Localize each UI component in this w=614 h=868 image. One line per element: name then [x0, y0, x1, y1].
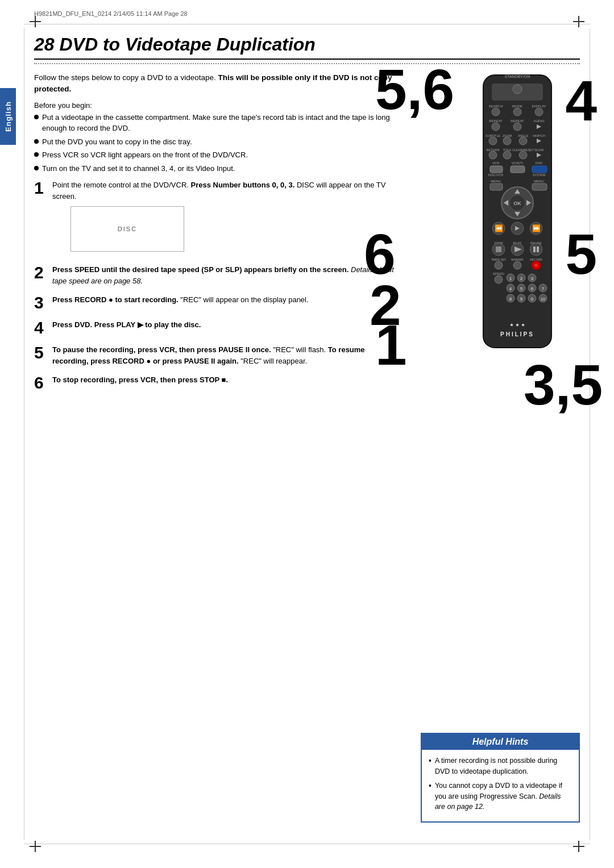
bullet-dot-3 [34, 152, 39, 157]
main-content: 28 DVD to Videotape Duplication Follow t… [34, 28, 580, 834]
step-number-4: 4 [34, 319, 47, 336]
hints-title: Helpful Hints [422, 734, 579, 750]
svg-text:7: 7 [542, 286, 545, 291]
hints-title-text: Helpful Hints [472, 737, 529, 746]
svg-text:REPEAT: REPEAT [511, 119, 524, 123]
remote-svg: STANDBY/ON SEARCH MODE DISPLAY REPEAT RE… [455, 72, 580, 368]
step-number-5: 5 [34, 344, 47, 361]
bullet-item-1: Put a videotape in the cassette compartm… [34, 112, 398, 134]
hint-bullet-2: • [429, 781, 432, 792]
svg-point-13 [492, 123, 500, 131]
crosshair-top-left [30, 16, 41, 27]
svg-point-70 [495, 261, 503, 269]
step2-bold: Press SPEED until the desired tape speed… [52, 265, 349, 274]
header-meta: H9821MD_DFU_EN1_0214 2/14/05 11:14 AM Pa… [34, 10, 188, 17]
step3-bold: Press RECORD ● to start recording. [52, 295, 179, 304]
svg-text:VCR(T): VCR(T) [512, 161, 523, 165]
step-content-4: Press DVD. Press PLAY ▶ to play the disc… [52, 319, 398, 331]
svg-text:STANDBY/ON: STANDBY/ON [505, 74, 530, 78]
svg-rect-65 [533, 247, 536, 252]
svg-point-20 [489, 137, 497, 145]
english-tab-label: English [4, 101, 13, 132]
svg-text:MODE: MODE [512, 105, 522, 108]
svg-text:OK: OK [513, 201, 521, 206]
svg-rect-66 [537, 247, 539, 252]
svg-rect-36 [511, 166, 525, 173]
bullet-item-3: Press VCR so VCR light appears on the fr… [34, 149, 398, 161]
step-1: 1 Point the remote control at the DVD/VC… [34, 180, 398, 256]
crosshair-top-right [573, 16, 584, 27]
svg-text:DISC/VCR: DISC/VCR [488, 173, 503, 177]
hint-text-2: You cannot copy a DVD to a videotape if … [435, 781, 572, 812]
step-3: 3 Press RECORD ● to start recording. "RE… [34, 294, 398, 311]
crosshair-bottom-right [573, 841, 584, 852]
hint-item-2: • You cannot copy a DVD to a videotape i… [429, 781, 572, 812]
disc-label: DISC [118, 224, 137, 234]
hints-body: • A timer recording is not possible duri… [422, 750, 579, 821]
svg-text:VCR: VCR [492, 161, 500, 165]
svg-point-29 [503, 151, 511, 159]
svg-text:SLOW: SLOW [534, 148, 544, 152]
step-6: 6 To stop recording, press VCR, then pre… [34, 374, 398, 391]
step-content-3: Press RECORD ● to start recording. "REC"… [52, 294, 398, 306]
svg-text:⏪: ⏪ [495, 224, 503, 232]
intro-paragraph: Follow the steps below to copy a DVD to … [34, 72, 398, 95]
step-content-2: Press SPEED until the desired tape speed… [52, 264, 398, 286]
svg-point-9 [535, 108, 543, 116]
svg-rect-61 [496, 247, 501, 252]
remote-control: STANDBY/ON SEARCH MODE DISPLAY REPEAT RE… [455, 72, 580, 369]
svg-text:MENU: MENU [491, 180, 501, 183]
left-column: Follow the steps below to copy a DVD to … [34, 72, 398, 470]
intro-line1: Follow the steps below to copy a DVD to … [34, 73, 216, 82]
svg-point-2 [513, 85, 522, 94]
margin-line-left [24, 28, 24, 840]
step-content-1: Point the remote control at the DVD/VCR.… [52, 180, 398, 256]
step5-bold1: To pause the recording, press VCR, then … [52, 345, 271, 354]
crosshair-bottom-left [30, 841, 41, 852]
svg-text:MENU: MENU [534, 180, 544, 183]
bullet-text-4: Turn on the TV and set it to channel 3, … [42, 163, 235, 174]
svg-text:⋆⋆⋆: ⋆⋆⋆ [509, 320, 526, 329]
bullet-dot-2 [34, 139, 39, 144]
svg-point-64 [530, 243, 542, 256]
step-content-6: To stop recording, press VCR, then press… [52, 374, 398, 386]
step1-bold: Press Number buttons 0, 0, 3. [191, 181, 295, 189]
svg-text:PHILIPS: PHILIPS [500, 331, 534, 337]
svg-rect-42 [490, 183, 503, 190]
svg-point-14 [513, 123, 521, 131]
svg-text:1: 1 [509, 276, 512, 281]
bullet-dot-1 [34, 115, 39, 119]
svg-rect-37 [532, 166, 547, 173]
svg-point-22 [519, 137, 527, 145]
svg-text:DVD: DVD [536, 161, 543, 165]
overlay-number-56: 5,6 [375, 61, 454, 118]
svg-text:10: 10 [541, 297, 545, 301]
overlay-number-1: 1 [375, 316, 407, 373]
page-title: 28 DVD to Videotape Duplication [34, 34, 580, 60]
header-bar: H9821MD_DFU_EN1_0214 2/14/05 11:14 AM Pa… [34, 10, 580, 17]
step-number-6: 6 [34, 374, 47, 391]
bullet-item-4: Turn on the TV and set it to channel 3, … [34, 163, 398, 174]
step-2: 2 Press SPEED until the desired tape spe… [34, 264, 398, 286]
two-col-layout: Follow the steps below to copy a DVD to … [34, 72, 580, 470]
dotted-separator [34, 63, 580, 64]
overlay-number-35: 3,5 [524, 356, 603, 413]
svg-text:3: 3 [531, 276, 534, 281]
svg-text:9: 9 [520, 297, 523, 302]
svg-text:4: 4 [509, 286, 512, 291]
page-number: 28 [34, 34, 55, 55]
svg-point-71 [513, 261, 521, 269]
svg-text:5: 5 [520, 286, 523, 291]
svg-point-75 [495, 276, 503, 283]
bullet-item-2: Put the DVD you want to copy in the disc… [34, 136, 398, 148]
disc-display-box: DISC [70, 206, 184, 252]
step-5: 5 To pause the recording, press VCR, the… [34, 344, 398, 366]
svg-text:MARKER: MARKER [511, 258, 524, 261]
bullet-text-1: Put a videotape in the cassette compartm… [42, 112, 398, 134]
svg-point-21 [503, 137, 511, 145]
svg-rect-35 [490, 166, 503, 173]
footer-divider [24, 844, 590, 844]
right-column: STANDBY/ON SEARCH MODE DISPLAY REPEAT RE… [409, 72, 580, 470]
step4-bold: Press DVD. Press PLAY ▶ to play the disc… [52, 320, 201, 329]
svg-text:2: 2 [520, 276, 523, 281]
